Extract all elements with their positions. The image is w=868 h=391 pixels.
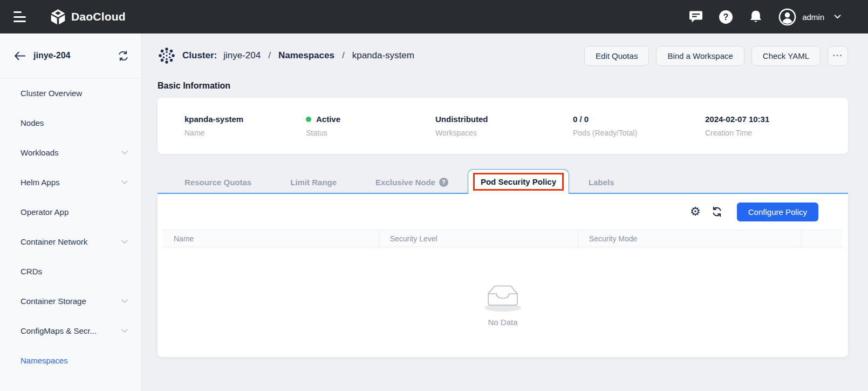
field-label: Name [184, 129, 306, 137]
sidebar-item-label: ConfigMaps & Secr... [20, 326, 97, 335]
breadcrumb-namespaces[interactable]: Namespaces [278, 50, 334, 61]
chevron-down-icon [121, 240, 128, 244]
chevron-down-icon [121, 329, 128, 333]
info-field-workspaces: Undistributed Workspaces [435, 114, 573, 137]
tab-resource-quotas[interactable]: Resource Quotas [165, 170, 271, 194]
refresh-icon[interactable] [712, 206, 722, 217]
pod-security-policy-panel: ⚙ Configure Policy Name Security Level S… [158, 194, 848, 357]
daocloud-logo-icon [49, 8, 67, 26]
sidebar-menu: Cluster Overview Nodes Workloads Helm Ap… [0, 78, 141, 375]
svg-text:?: ? [723, 12, 729, 22]
sidebar-item-namespaces[interactable]: Namespaces [0, 346, 141, 375]
sidebar-item-helm-apps[interactable]: Helm Apps [0, 167, 141, 197]
chevron-down-icon [834, 15, 841, 19]
panel-toolbar: ⚙ Configure Policy [158, 194, 848, 230]
namespace-name-value: kpanda-system [184, 114, 306, 124]
field-label: Pods (Ready/Total) [573, 129, 705, 137]
field-label: Creation Time [705, 129, 769, 137]
sidebar-item-label: Container Network [20, 237, 87, 246]
breadcrumb-separator: / [341, 50, 346, 61]
info-field-creation-time: 2024-02-07 10:31 Creation Time [705, 114, 769, 137]
sidebar-item-label: Container Storage [20, 296, 86, 306]
info-field-status: Active Status [306, 114, 435, 137]
bind-workspace-button[interactable]: Bind a Workspace [656, 46, 744, 66]
configure-policy-button[interactable]: Configure Policy [737, 203, 818, 221]
brand-name: DaoCloud [71, 10, 126, 23]
sidebar-item-label: Cluster Overview [20, 89, 82, 98]
info-field-pods: 0 / 0 Pods (Ready/Total) [573, 114, 705, 137]
sidebar-item-workloads[interactable]: Workloads [0, 138, 141, 167]
column-header-name[interactable]: Name [163, 230, 379, 247]
sidebar-item-cluster-overview[interactable]: Cluster Overview [0, 78, 141, 108]
sidebar-item-label: Namespaces [20, 356, 68, 365]
chevron-down-icon [121, 299, 128, 303]
sidebar: jinye-204 Cluster Overview Nodes Workloa… [0, 33, 141, 391]
sidebar-item-operator-app[interactable]: Operator App [0, 197, 141, 227]
topbar: DaoCloud ? [0, 0, 868, 33]
breadcrumb-current: kpanda-system [352, 50, 414, 61]
column-header-actions [802, 230, 843, 247]
tab-limit-range[interactable]: Limit Range [271, 170, 356, 194]
topbar-right: ? admin [689, 8, 868, 26]
check-yaml-button[interactable]: Check YAML [751, 46, 821, 66]
basic-information-card: kpanda-system Name Active Status Undistr… [158, 98, 848, 154]
chevron-down-icon [121, 151, 128, 154]
sidebar-item-label: Workloads [20, 148, 59, 157]
creation-time-value: 2024-02-07 10:31 [705, 114, 769, 124]
table-header-row: Name Security Level Security Mode [163, 230, 843, 247]
sidebar-item-label: CRDs [20, 267, 42, 276]
column-header-security-mode[interactable]: Security Mode [578, 230, 802, 247]
message-icon[interactable] [689, 10, 703, 23]
sidebar-item-label: Nodes [20, 118, 44, 127]
sidebar-item-container-network[interactable]: Container Network [0, 227, 141, 257]
no-data-label: No Data [488, 318, 517, 327]
sidebar-item-nodes[interactable]: Nodes [0, 108, 141, 138]
help-icon[interactable]: ? [719, 10, 733, 24]
avatar [778, 8, 796, 26]
breadcrumb-cluster-label: Cluster: [182, 50, 217, 61]
tab-pod-security-policy[interactable]: Pod Security Policy [468, 169, 569, 194]
user-menu[interactable]: admin [778, 8, 841, 26]
main-content: Cluster: jinye-204 / Namespaces / kpanda… [141, 33, 868, 391]
info-field-name: kpanda-system Name [184, 114, 306, 137]
bell-icon[interactable] [749, 10, 763, 24]
breadcrumb-separator: / [267, 50, 272, 61]
question-mark-icon[interactable]: ? [439, 178, 448, 187]
basic-information-title: Basic Information [158, 81, 848, 91]
page-header: Cluster: jinye-204 / Namespaces / kpanda… [158, 43, 848, 68]
no-data-inbox-icon [480, 278, 525, 313]
field-label: Workspaces [435, 129, 573, 137]
sidebar-item-configmaps-secrets[interactable]: ConfigMaps & Secr... [0, 316, 141, 346]
sidebar-item-crds[interactable]: CRDs [0, 257, 141, 286]
brand[interactable]: DaoCloud [49, 8, 126, 26]
cluster-icon [158, 46, 176, 65]
tabbar: Resource Quotas Limit Range Exclusive No… [158, 169, 848, 194]
hamburger-menu-icon[interactable] [13, 11, 26, 22]
breadcrumb-cluster-name[interactable]: jinye-204 [223, 50, 261, 61]
workspaces-value: Undistributed [435, 114, 573, 124]
edit-quotas-button[interactable]: Edit Quotas [584, 46, 649, 66]
sidebar-item-label: Helm Apps [20, 178, 60, 187]
table-empty-state: No Data [158, 247, 848, 357]
more-actions-button[interactable]: ··· [828, 46, 848, 66]
tab-exclusive-node[interactable]: Exclusive Node? [356, 170, 468, 194]
sidebar-item-container-storage[interactable]: Container Storage [0, 286, 141, 316]
status-dot [306, 117, 311, 122]
back-arrow-icon[interactable] [14, 51, 25, 60]
column-header-security-level[interactable]: Security Level [379, 230, 578, 247]
sidebar-header: jinye-204 [0, 33, 141, 78]
header-actions: Edit Quotas Bind a Workspace Check YAML … [584, 46, 848, 66]
field-label: Status [306, 129, 435, 137]
sidebar-cluster-name: jinye-204 [33, 51, 70, 60]
tab-labels[interactable]: Labels [569, 170, 634, 194]
highlight-annotation-box: Pod Security Policy [473, 173, 564, 191]
switch-cluster-icon[interactable] [118, 51, 129, 61]
pods-value: 0 / 0 [573, 114, 705, 124]
sidebar-item-label: Operator App [20, 207, 69, 217]
breadcrumb: Cluster: jinye-204 / Namespaces / kpanda… [158, 46, 414, 65]
settings-gear-icon[interactable]: ⚙ [690, 206, 701, 218]
status-value: Active [306, 114, 435, 124]
username: admin [802, 12, 824, 22]
chevron-down-icon [121, 180, 128, 184]
